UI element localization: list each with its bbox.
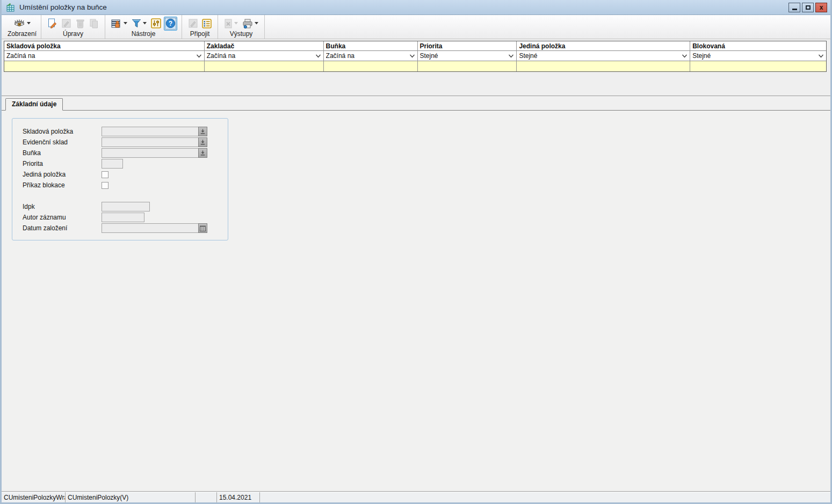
edit-icon — [189, 19, 198, 28]
filter-grid-area: Skladová položka Začíná na Zakladač Začí… — [2, 39, 830, 96]
evidencni-sklad-field[interactable] — [102, 137, 198, 147]
svg-text:?: ? — [169, 20, 172, 27]
chevron-down-icon — [255, 22, 258, 25]
field-label: Skladová položka — [12, 128, 102, 135]
operator-value: Stejné — [420, 52, 509, 60]
eye-icon — [13, 19, 25, 28]
autor-zaznamu-field[interactable] — [102, 213, 144, 222]
tab-strip: Základní údaje — [2, 96, 830, 111]
close-icon: x — [820, 4, 823, 11]
filter-column-skladova-polozka: Skladová položka Začíná na — [4, 41, 205, 71]
form-row: Jediná položka — [12, 169, 228, 180]
column-header[interactable]: Priorita — [418, 41, 517, 51]
records-button[interactable] — [110, 17, 129, 31]
toolbar-group-vystupy: Výstupy — [218, 15, 265, 39]
form-row-spacer — [12, 191, 228, 201]
idpk-field[interactable] — [102, 202, 150, 211]
bunka-field[interactable] — [102, 148, 198, 158]
chevron-down-icon — [682, 54, 688, 58]
toolbar-group-label: Výstupy — [230, 31, 253, 38]
new-record-button[interactable] — [46, 17, 59, 31]
toolbar-group-upravy: Úpravy — [41, 15, 105, 39]
filter-value-input[interactable] — [418, 61, 517, 71]
form-groupbox: Skladová položka Evidenční sklad — [12, 118, 228, 240]
filter-value-input[interactable] — [517, 61, 690, 71]
attach-edit-button[interactable] — [186, 17, 199, 31]
minimize-icon — [792, 9, 797, 10]
export-button[interactable] — [222, 17, 240, 31]
priorita-field[interactable] — [102, 159, 123, 169]
tab-zakladni-udaje[interactable]: Základní údaje — [5, 98, 63, 111]
status-spacer — [260, 492, 830, 502]
datum-zalozeni-field[interactable] — [102, 223, 198, 233]
toolbar-group-label: Nástroje — [132, 31, 156, 38]
column-header[interactable]: Jediná položka — [517, 41, 690, 51]
maximize-button[interactable] — [802, 3, 814, 12]
view-button[interactable] — [12, 17, 32, 31]
chevron-down-icon — [143, 22, 147, 25]
title-bar: Umístění položky na buňce x — [2, 0, 830, 15]
filter-column-zakladac: Zakladač Začíná na — [205, 41, 324, 71]
app-grid-icon — [6, 3, 15, 12]
field-label: Buňka — [12, 149, 102, 157]
status-bar: CUmisteniPolozkyWrapp CUmisteniPolozky(V… — [2, 492, 830, 502]
help-button[interactable]: ? — [164, 17, 177, 31]
attach-list-button[interactable] — [200, 17, 213, 31]
filter-value-input[interactable] — [324, 61, 417, 71]
field-label: Priorita — [12, 160, 102, 167]
filter-button[interactable] — [130, 17, 148, 31]
chevron-down-icon — [315, 54, 321, 58]
print-button[interactable] — [241, 17, 260, 31]
column-header[interactable]: Skladová položka — [4, 41, 204, 51]
app-window: Umístění položky na buňce x — [0, 0, 832, 504]
column-header[interactable]: Buňka — [324, 41, 417, 51]
column-header[interactable]: Zakladač — [205, 41, 323, 51]
status-wrapper-class: CUmisteniPolozkyWrapp — [2, 492, 66, 502]
operator-select[interactable]: Začíná na — [324, 51, 417, 61]
chevron-down-icon — [196, 54, 202, 58]
jedina-polozka-checkbox[interactable] — [102, 171, 108, 178]
lookup-button[interactable] — [198, 127, 207, 136]
filter-column-jedina-polozka: Jediná položka Stejné — [517, 41, 690, 71]
operator-select[interactable]: Stejné — [690, 51, 826, 61]
filter-column-blokovana: Blokovaná Stejné — [690, 41, 826, 71]
lookup-button[interactable] — [198, 137, 207, 147]
chevron-down-icon — [234, 22, 238, 25]
operator-value: Stejné — [519, 52, 682, 60]
grid-rows-area[interactable] — [2, 72, 830, 96]
chevron-down-icon — [124, 22, 127, 25]
operator-select[interactable]: Začíná na — [4, 51, 204, 61]
chevron-down-icon — [818, 54, 824, 58]
minimize-button[interactable] — [788, 3, 800, 12]
funnel-icon — [132, 19, 141, 28]
operator-value: Začíná na — [207, 52, 315, 60]
status-empty-cell — [196, 492, 217, 502]
operator-select[interactable]: Stejné — [517, 51, 690, 61]
filter-value-input[interactable] — [205, 61, 323, 71]
help-icon: ? — [165, 18, 176, 28]
skladova-polozka-field[interactable] — [102, 127, 198, 136]
trash-icon — [76, 19, 84, 28]
filter-value-input[interactable] — [690, 61, 826, 71]
operator-value: Začíná na — [6, 52, 196, 60]
form-row: Příkaz blokace — [12, 180, 228, 191]
filter-column-bunka: Buňka Začíná na — [324, 41, 418, 71]
close-button[interactable]: x — [815, 3, 827, 12]
filter-value-input[interactable] — [4, 61, 204, 71]
copy-record-button[interactable] — [88, 17, 100, 31]
field-label: Evidenční sklad — [12, 138, 102, 146]
form-row: Autor záznamu — [12, 212, 228, 223]
column-header[interactable]: Blokovaná — [690, 41, 826, 51]
sliders-icon — [151, 18, 161, 28]
edit-record-button[interactable] — [60, 17, 73, 31]
parameters-button[interactable] — [149, 17, 163, 31]
operator-select[interactable]: Začíná na — [205, 51, 323, 61]
prikaz-blokace-checkbox[interactable] — [102, 182, 108, 189]
form-row: Datum založení — [12, 223, 228, 233]
lookup-button[interactable] — [198, 148, 207, 158]
records-icon — [111, 19, 122, 28]
operator-value: Začíná na — [326, 52, 409, 60]
delete-record-button[interactable] — [74, 17, 86, 31]
operator-select[interactable]: Stejné — [418, 51, 517, 61]
calendar-button[interactable] — [198, 223, 207, 233]
